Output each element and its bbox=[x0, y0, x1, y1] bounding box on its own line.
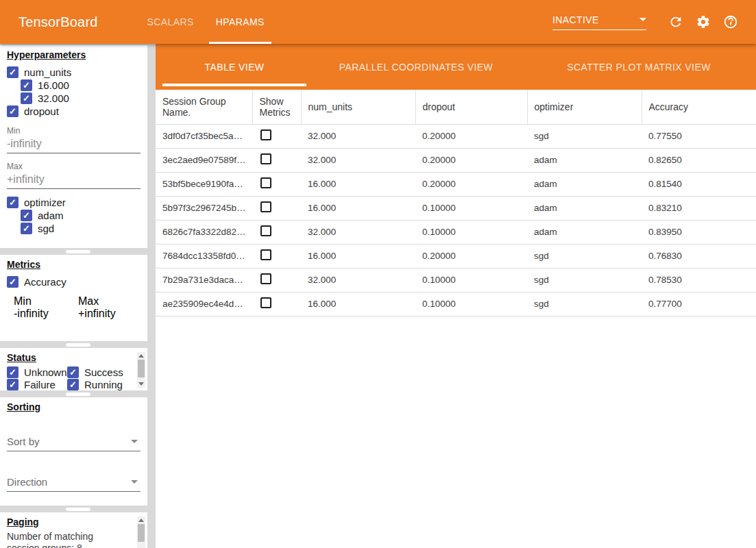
max-label: Max bbox=[7, 162, 141, 171]
optimizer-adam-checkbox[interactable] bbox=[21, 210, 32, 221]
sort-by-select[interactable]: Sort by bbox=[7, 436, 141, 451]
accuracy-min-input[interactable]: -infinity bbox=[14, 308, 73, 320]
accuracy-label: Accuracy bbox=[24, 276, 66, 288]
max-input[interactable]: +infinity bbox=[7, 171, 141, 189]
col-session-group-name[interactable]: Session Group Name. bbox=[156, 90, 252, 124]
panel-splitter[interactable] bbox=[0, 248, 156, 255]
metrics-heading: Metrics bbox=[7, 259, 141, 270]
optimizer-checkbox[interactable] bbox=[7, 197, 19, 208]
dropout-value: 0.10000 bbox=[415, 268, 527, 292]
accuracy-max-input[interactable]: +infinity bbox=[78, 308, 137, 320]
session-group-name: 7684dcc13358fd0… bbox=[156, 244, 252, 268]
direction-select[interactable]: Direction bbox=[7, 476, 141, 492]
hyperparameters-panel: Hyperparameters num_units 16.000 32.000 … bbox=[0, 45, 147, 248]
show-metrics-checkbox[interactable] bbox=[260, 225, 271, 236]
hparam-num-units-row: num_units bbox=[7, 66, 141, 79]
optimizer-value: sgd bbox=[527, 268, 642, 292]
num-units-checkbox[interactable] bbox=[7, 66, 19, 78]
tab-table-view[interactable]: TABLE VIEW bbox=[162, 44, 306, 90]
num-units-value: 32.000 bbox=[301, 124, 415, 148]
num-units-16-checkbox[interactable] bbox=[21, 79, 32, 91]
table-row: 3ec2aed9e07589f… 32.000 0.20000 adam 0.8… bbox=[156, 148, 756, 172]
tab-hparams[interactable]: HPARAMS bbox=[205, 0, 276, 44]
accuracy-max-field: Max +infinity bbox=[78, 295, 137, 320]
min-input[interactable]: -infinity bbox=[7, 136, 141, 153]
status-unknown-checkbox[interactable] bbox=[7, 366, 19, 378]
hparam-dropout-row: dropout bbox=[7, 105, 141, 118]
show-metrics-checkbox[interactable] bbox=[260, 249, 271, 260]
accuracy-value: 0.82650 bbox=[642, 148, 756, 172]
accuracy-value: 0.83950 bbox=[642, 220, 756, 244]
status-scrollbar[interactable] bbox=[137, 352, 145, 388]
show-metrics-checkbox[interactable] bbox=[260, 273, 271, 284]
dropout-max-field: Max +infinity bbox=[7, 162, 141, 189]
dropout-checkbox[interactable] bbox=[7, 105, 19, 117]
panel-splitter[interactable] bbox=[0, 341, 156, 348]
show-metrics-checkbox[interactable] bbox=[260, 201, 271, 212]
status-heading: Status bbox=[7, 352, 141, 363]
status-select-value: INACTIVE bbox=[552, 14, 639, 25]
scroll-up-icon[interactable] bbox=[138, 354, 144, 358]
sort-by-value: Sort by bbox=[7, 436, 131, 447]
main-area: TABLE VIEW PARALLEL COORDINATES VIEW SCA… bbox=[156, 44, 756, 548]
status-running-row: Running bbox=[67, 378, 129, 390]
col-optimizer[interactable]: optimizer bbox=[527, 90, 642, 124]
num-units-32-checkbox[interactable] bbox=[21, 92, 32, 104]
session-group-name: 5b97f3c2967245b… bbox=[156, 196, 252, 220]
status-select[interactable]: INACTIVE bbox=[552, 14, 646, 30]
refresh-icon[interactable] bbox=[668, 14, 683, 29]
tab-scalars[interactable]: SCALARS bbox=[136, 0, 205, 44]
status-running-checkbox[interactable] bbox=[67, 379, 79, 390]
status-failure-checkbox[interactable] bbox=[7, 379, 19, 390]
accuracy-checkbox[interactable] bbox=[7, 276, 19, 288]
splitter-handle-icon bbox=[66, 508, 90, 511]
chevron-down-icon bbox=[131, 480, 138, 484]
status-success-row: Success bbox=[67, 366, 129, 378]
col-dropout[interactable]: dropout bbox=[415, 90, 527, 124]
accuracy-value: 0.83210 bbox=[642, 196, 756, 220]
session-group-name: ae235909ec4e4d… bbox=[156, 292, 252, 316]
show-metrics-checkbox[interactable] bbox=[260, 177, 271, 188]
scroll-down-icon[interactable] bbox=[138, 382, 144, 386]
status-unknown-label: Unknown bbox=[24, 366, 67, 378]
paging-scrollbar[interactable] bbox=[137, 516, 145, 548]
help-icon[interactable] bbox=[723, 14, 738, 29]
table-row: 5b97f3c2967245b… 16.000 0.10000 adam 0.8… bbox=[156, 196, 756, 220]
settings-gear-icon[interactable] bbox=[696, 14, 711, 29]
sorting-panel: Sorting Sort by Direction bbox=[0, 397, 147, 506]
optimizer-sgd-checkbox[interactable] bbox=[21, 223, 32, 234]
session-group-name: 7b29a731e3daca… bbox=[156, 268, 252, 292]
paging-heading: Paging bbox=[7, 516, 141, 527]
session-group-name: 3df0d7cf35bec5a… bbox=[156, 124, 252, 148]
num-units-16-label: 16.000 bbox=[38, 79, 69, 91]
dropout-value: 0.20000 bbox=[415, 172, 527, 196]
col-show-metrics[interactable]: Show Metrics bbox=[252, 90, 301, 124]
num-units-value: 16.000 bbox=[301, 244, 415, 268]
optimizer-value: adam bbox=[527, 148, 642, 172]
status-success-checkbox[interactable] bbox=[67, 366, 79, 378]
optimizer-label: optimizer bbox=[24, 197, 66, 208]
scrollbar-thumb[interactable] bbox=[138, 524, 145, 542]
tab-scatter-plot-matrix-view[interactable]: SCATTER PLOT MATRIX VIEW bbox=[526, 44, 752, 90]
show-metrics-checkbox[interactable] bbox=[260, 153, 271, 164]
panel-splitter[interactable] bbox=[0, 390, 156, 397]
optimizer-value: adam bbox=[527, 196, 642, 220]
col-num-units[interactable]: num_units bbox=[301, 90, 415, 124]
min-label: Min bbox=[7, 126, 141, 136]
session-group-name: 53bf5bece9190fa… bbox=[156, 172, 252, 196]
tab-parallel-coordinates-view[interactable]: PARALLEL COORDINATES VIEW bbox=[306, 44, 526, 90]
dropout-min-field: Min -infinity bbox=[7, 126, 141, 153]
accuracy-min-max: Min -infinity Max +infinity bbox=[14, 295, 141, 320]
scrollbar-thumb[interactable] bbox=[138, 360, 145, 377]
scroll-up-icon[interactable] bbox=[138, 519, 144, 522]
app-title: TensorBoard bbox=[19, 14, 98, 30]
col-accuracy[interactable]: Accuracy bbox=[642, 90, 756, 124]
panel-splitter[interactable] bbox=[0, 506, 156, 512]
num-units-32-label: 32.000 bbox=[38, 92, 69, 104]
chevron-down-icon bbox=[131, 440, 138, 443]
optimizer-adam-label: adam bbox=[38, 210, 64, 221]
show-metrics-checkbox[interactable] bbox=[260, 297, 271, 308]
show-metrics-checkbox[interactable] bbox=[260, 129, 271, 140]
accuracy-value: 0.77550 bbox=[642, 124, 756, 148]
dropout-value: 0.10000 bbox=[415, 292, 527, 316]
